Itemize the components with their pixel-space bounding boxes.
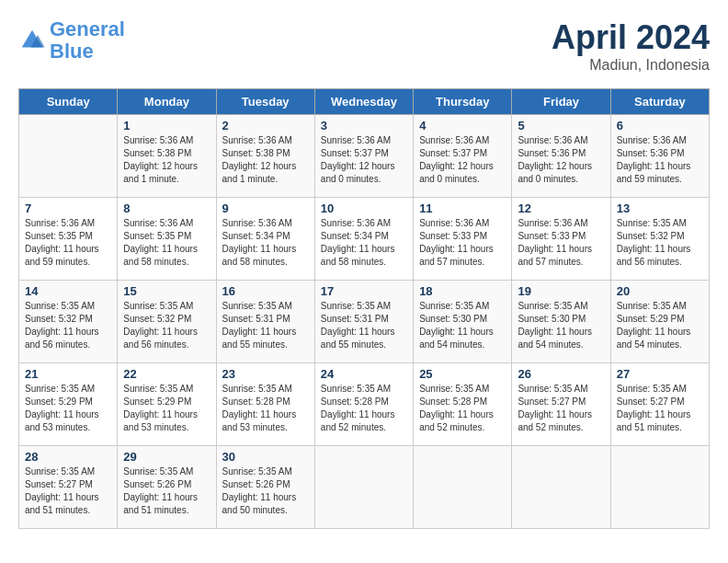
day-number: 25 <box>419 367 506 381</box>
day-info: Sunrise: 5:36 AMSunset: 5:33 PMDaylight:… <box>419 217 506 269</box>
table-row <box>512 446 610 529</box>
day-info: Sunrise: 5:35 AMSunset: 5:29 PMDaylight:… <box>617 300 703 351</box>
day-info: Sunrise: 5:36 AMSunset: 5:38 PMDaylight:… <box>123 134 210 186</box>
table-row: 9Sunrise: 5:36 AMSunset: 5:34 PMDaylight… <box>216 198 314 281</box>
table-row: 26Sunrise: 5:35 AMSunset: 5:27 PMDayligh… <box>512 363 610 446</box>
calendar-week-row: 28Sunrise: 5:35 AMSunset: 5:27 PMDayligh… <box>19 446 710 529</box>
title-area: April 2024 Madiun, Indonesia <box>552 18 710 74</box>
day-info: Sunrise: 5:36 AMSunset: 5:33 PMDaylight:… <box>518 217 604 269</box>
day-info: Sunrise: 5:36 AMSunset: 5:34 PMDaylight:… <box>222 217 309 269</box>
table-row: 6Sunrise: 5:36 AMSunset: 5:36 PMDaylight… <box>610 115 709 198</box>
table-row: 22Sunrise: 5:35 AMSunset: 5:29 PMDayligh… <box>118 363 216 446</box>
day-number: 10 <box>321 201 407 215</box>
day-number: 28 <box>25 450 111 464</box>
day-number: 4 <box>419 119 506 132</box>
table-row: 29Sunrise: 5:35 AMSunset: 5:26 PMDayligh… <box>118 446 216 529</box>
table-row: 16Sunrise: 5:35 AMSunset: 5:31 PMDayligh… <box>216 281 314 363</box>
day-info: Sunrise: 5:36 AMSunset: 5:36 PMDaylight:… <box>617 134 703 186</box>
day-number: 11 <box>419 201 506 215</box>
day-info: Sunrise: 5:36 AMSunset: 5:34 PMDaylight:… <box>321 217 407 269</box>
table-row: 12Sunrise: 5:36 AMSunset: 5:33 PMDayligh… <box>512 198 610 281</box>
day-number: 21 <box>25 367 111 381</box>
table-row: 19Sunrise: 5:35 AMSunset: 5:30 PMDayligh… <box>512 281 610 363</box>
day-info: Sunrise: 5:35 AMSunset: 5:28 PMDaylight:… <box>419 383 506 434</box>
calendar-header-row: Sunday Monday Tuesday Wednesday Thursday… <box>19 89 710 115</box>
day-number: 8 <box>123 201 210 215</box>
table-row <box>610 446 709 529</box>
table-row: 5Sunrise: 5:36 AMSunset: 5:36 PMDaylight… <box>512 115 610 198</box>
day-info: Sunrise: 5:35 AMSunset: 5:28 PMDaylight:… <box>321 383 407 434</box>
location: Madiun, Indonesia <box>552 57 710 74</box>
day-info: Sunrise: 5:36 AMSunset: 5:37 PMDaylight:… <box>419 134 506 186</box>
logo-part1: General <box>50 17 125 40</box>
day-info: Sunrise: 5:35 AMSunset: 5:31 PMDaylight:… <box>222 300 309 351</box>
table-row: 7Sunrise: 5:36 AMSunset: 5:35 PMDaylight… <box>19 198 118 281</box>
day-info: Sunrise: 5:35 AMSunset: 5:29 PMDaylight:… <box>123 383 210 434</box>
day-number: 22 <box>123 367 210 381</box>
day-number: 14 <box>25 284 111 298</box>
day-info: Sunrise: 5:35 AMSunset: 5:31 PMDaylight:… <box>321 300 407 351</box>
table-row: 10Sunrise: 5:36 AMSunset: 5:34 PMDayligh… <box>314 198 413 281</box>
calendar-week-row: 7Sunrise: 5:36 AMSunset: 5:35 PMDaylight… <box>19 198 710 281</box>
day-info: Sunrise: 5:35 AMSunset: 5:30 PMDaylight:… <box>518 300 604 351</box>
table-row: 1Sunrise: 5:36 AMSunset: 5:38 PMDaylight… <box>118 115 216 198</box>
day-number: 15 <box>123 284 210 298</box>
col-saturday: Saturday <box>610 89 709 115</box>
table-row <box>19 115 118 198</box>
day-number: 29 <box>123 450 210 464</box>
col-sunday: Sunday <box>19 89 118 115</box>
day-number: 27 <box>617 367 703 381</box>
table-row: 11Sunrise: 5:36 AMSunset: 5:33 PMDayligh… <box>414 198 512 281</box>
col-thursday: Thursday <box>414 89 512 115</box>
day-number: 20 <box>617 284 703 298</box>
table-row: 17Sunrise: 5:35 AMSunset: 5:31 PMDayligh… <box>314 281 413 363</box>
table-row: 27Sunrise: 5:35 AMSunset: 5:27 PMDayligh… <box>610 363 709 446</box>
day-number: 5 <box>518 119 604 132</box>
day-info: Sunrise: 5:35 AMSunset: 5:29 PMDaylight:… <box>25 383 111 434</box>
day-number: 17 <box>321 284 407 298</box>
logo-part2: Blue <box>50 40 94 63</box>
day-number: 13 <box>617 201 703 215</box>
day-number: 6 <box>617 119 703 132</box>
day-info: Sunrise: 5:35 AMSunset: 5:27 PMDaylight:… <box>518 383 604 434</box>
day-number: 18 <box>419 284 506 298</box>
day-number: 2 <box>222 119 309 132</box>
table-row: 18Sunrise: 5:35 AMSunset: 5:30 PMDayligh… <box>414 281 512 363</box>
day-info: Sunrise: 5:35 AMSunset: 5:30 PMDaylight:… <box>419 300 506 351</box>
table-row: 30Sunrise: 5:35 AMSunset: 5:26 PMDayligh… <box>216 446 314 529</box>
day-number: 23 <box>222 367 309 381</box>
day-info: Sunrise: 5:36 AMSunset: 5:35 PMDaylight:… <box>25 217 111 269</box>
day-info: Sunrise: 5:35 AMSunset: 5:27 PMDaylight:… <box>617 383 703 434</box>
table-row: 2Sunrise: 5:36 AMSunset: 5:38 PMDaylight… <box>216 115 314 198</box>
calendar-table: Sunday Monday Tuesday Wednesday Thursday… <box>18 88 710 529</box>
table-row: 28Sunrise: 5:35 AMSunset: 5:27 PMDayligh… <box>19 446 118 529</box>
day-number: 3 <box>321 119 407 132</box>
logo-icon <box>18 27 46 54</box>
day-info: Sunrise: 5:36 AMSunset: 5:35 PMDaylight:… <box>123 217 210 269</box>
table-row: 24Sunrise: 5:35 AMSunset: 5:28 PMDayligh… <box>314 363 413 446</box>
month-title: April 2024 <box>552 18 710 57</box>
day-info: Sunrise: 5:36 AMSunset: 5:37 PMDaylight:… <box>321 134 407 186</box>
day-info: Sunrise: 5:36 AMSunset: 5:36 PMDaylight:… <box>518 134 604 186</box>
col-friday: Friday <box>512 89 610 115</box>
table-row: 3Sunrise: 5:36 AMSunset: 5:37 PMDaylight… <box>314 115 413 198</box>
day-number: 1 <box>123 119 210 132</box>
calendar-week-row: 21Sunrise: 5:35 AMSunset: 5:29 PMDayligh… <box>19 363 710 446</box>
logo: General Blue <box>18 18 125 63</box>
table-row: 23Sunrise: 5:35 AMSunset: 5:28 PMDayligh… <box>216 363 314 446</box>
day-number: 24 <box>321 367 407 381</box>
table-row: 15Sunrise: 5:35 AMSunset: 5:32 PMDayligh… <box>118 281 216 363</box>
table-row: 13Sunrise: 5:35 AMSunset: 5:32 PMDayligh… <box>610 198 709 281</box>
day-info: Sunrise: 5:35 AMSunset: 5:32 PMDaylight:… <box>25 300 111 351</box>
day-number: 30 <box>222 450 309 464</box>
logo-text: General Blue <box>50 18 125 63</box>
day-number: 26 <box>518 367 604 381</box>
table-row: 8Sunrise: 5:36 AMSunset: 5:35 PMDaylight… <box>118 198 216 281</box>
page-header: General Blue April 2024 Madiun, Indonesi… <box>18 18 710 74</box>
calendar-week-row: 14Sunrise: 5:35 AMSunset: 5:32 PMDayligh… <box>19 281 710 363</box>
table-row <box>314 446 413 529</box>
day-info: Sunrise: 5:35 AMSunset: 5:26 PMDaylight:… <box>123 465 210 517</box>
day-info: Sunrise: 5:35 AMSunset: 5:28 PMDaylight:… <box>222 383 309 434</box>
table-row: 20Sunrise: 5:35 AMSunset: 5:29 PMDayligh… <box>610 281 709 363</box>
day-info: Sunrise: 5:35 AMSunset: 5:32 PMDaylight:… <box>617 217 703 269</box>
